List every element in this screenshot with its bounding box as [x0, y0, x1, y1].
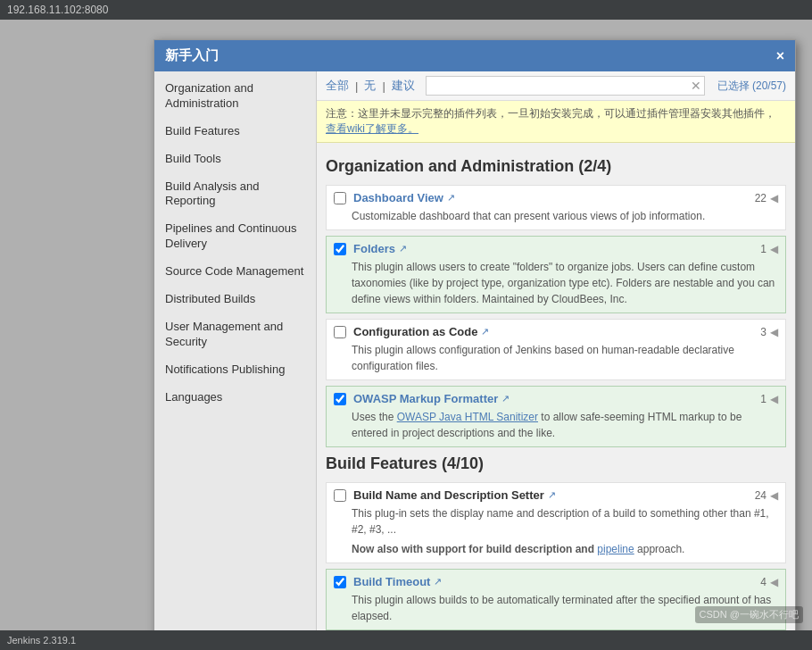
plugin-desc-folders: This plugin allows users to create "fold…: [352, 259, 778, 307]
sep1: |: [355, 79, 358, 93]
main-content: 全部 | 无 | 建议 ✕ 已选择 (20/57) 注意：这里并未显示完整的插件…: [317, 71, 795, 635]
plugin-name-row-owasp-markup-formatter: OWASP Markup Formatter↗: [334, 392, 510, 405]
plugin-header-dashboard-view: Dashboard View↗22◀: [334, 191, 778, 204]
plugin-name-configuration-as-code: Configuration as Code: [353, 325, 477, 338]
none-filter[interactable]: 无: [364, 78, 376, 94]
plugin-checkbox-folders[interactable]: [334, 243, 346, 255]
plugin-checkbox-configuration-as-code[interactable]: [334, 326, 346, 338]
notice-bar: 注意：这里并未显示完整的插件列表，一旦初始安装完成，可以通过插件管理器安装其他插…: [317, 101, 795, 143]
plugin-count-build-timeout: 4◀: [760, 576, 778, 588]
plugin-checkbox-dashboard-view[interactable]: [334, 192, 346, 204]
dialog-title: 新手入门: [165, 47, 219, 64]
section-title-1: Build Features (4/10): [326, 454, 786, 473]
plugin-desc-build-name-setter: This plug-in sets the display name and d…: [352, 505, 778, 538]
sidebar-item-7[interactable]: User Management and Security: [154, 313, 316, 356]
sidebar-item-5[interactable]: Source Code Management: [154, 258, 316, 286]
plugin-item-dashboard-view: Dashboard View↗22◀Customizable dashboard…: [326, 185, 786, 230]
sidebar-item-2[interactable]: Build Tools: [154, 146, 316, 173]
external-link-icon-build-timeout[interactable]: ↗: [434, 576, 442, 588]
external-link-icon-dashboard-view[interactable]: ↗: [447, 192, 455, 204]
plugin-name-folders[interactable]: Folders: [353, 242, 395, 255]
plugin-desc2-build-name-setter: Now also with support for build descript…: [352, 541, 778, 557]
sidebar-item-9[interactable]: Languages: [154, 384, 316, 412]
plugin-name-owasp-markup-formatter[interactable]: OWASP Markup Formatter: [353, 392, 498, 405]
sidebar-item-3[interactable]: Build Analysis and Reporting: [154, 173, 316, 216]
status-text: Jenkins 2.319.1: [7, 635, 76, 646]
sidebar-item-4[interactable]: Pipelines and Continuous Delivery: [154, 215, 316, 258]
plugin-name-row-build-name-setter: Build Name and Description Setter↗: [334, 488, 556, 502]
sidebar-item-0[interactable]: Organization and Administration: [154, 75, 316, 118]
plugin-count-dashboard-view: 22◀: [755, 192, 778, 204]
notice-text: 注意：这里并未显示完整的插件列表，一旦初始安装完成，可以通过插件管理器安装其他插…: [326, 107, 775, 120]
dialog-header: 新手入门 ×: [154, 40, 795, 71]
status-bar: Jenkins 2.319.1: [0, 630, 812, 650]
plugin-arrow-dashboard-view: ◀: [770, 192, 778, 204]
suggest-filter[interactable]: 建议: [392, 78, 415, 94]
plugin-count-configuration-as-code: 3◀: [760, 326, 778, 338]
external-link-icon-owasp-markup-formatter[interactable]: ↗: [501, 393, 510, 404]
watermark: CSDN @一碗水不行吧: [695, 606, 803, 623]
selected-count: 已选择 (20/57): [717, 79, 786, 94]
close-button[interactable]: ×: [776, 48, 784, 64]
plugin-header-configuration-as-code: Configuration as Code↗3◀: [334, 325, 778, 338]
plugin-arrow-build-name-setter: ◀: [770, 489, 778, 502]
plugin-header-folders: Folders↗1◀: [334, 242, 778, 255]
plugin-name-row-folders: Folders↗: [334, 242, 407, 255]
sidebar: Organization and AdministrationBuild Fea…: [154, 71, 317, 635]
external-link-icon-folders[interactable]: ↗: [399, 243, 407, 254]
search-clear-icon[interactable]: ✕: [691, 79, 701, 93]
external-link-icon-build-name-setter[interactable]: ↗: [548, 489, 556, 501]
plugin-desc2-link-build-name-setter[interactable]: pipeline: [597, 543, 634, 555]
title-bar-text: 192.168.11.102:8080: [7, 4, 108, 16]
plugin-name-row-dashboard-view: Dashboard View↗: [334, 191, 455, 204]
plugin-desc-link-owasp-markup-formatter[interactable]: OWASP Java HTML Sanitizer: [397, 411, 538, 423]
sidebar-item-6[interactable]: Distributed Builds: [154, 286, 316, 313]
external-link-icon-configuration-as-code[interactable]: ↗: [481, 326, 489, 338]
plugin-arrow-build-timeout: ◀: [770, 576, 778, 588]
plugin-item-owasp-markup-formatter: OWASP Markup Formatter↗1◀Uses the OWASP …: [326, 386, 786, 447]
sidebar-item-1[interactable]: Build Features: [154, 118, 316, 146]
plugin-header-build-timeout: Build Timeout↗4◀: [334, 575, 778, 588]
search-input[interactable]: [426, 76, 705, 96]
section-title-0: Organization and Administration (2/4): [326, 157, 786, 176]
plugin-item-build-name-setter: Build Name and Description Setter↗24◀Thi…: [326, 482, 786, 563]
notice-link[interactable]: 查看wiki了解更多。: [326, 122, 418, 135]
plugin-desc-dashboard-view: Customizable dashboard that can present …: [352, 208, 778, 224]
plugin-count-build-name-setter: 24◀: [755, 489, 778, 502]
plugin-checkbox-build-timeout[interactable]: [334, 576, 346, 588]
plugin-name-build-timeout[interactable]: Build Timeout: [353, 575, 430, 588]
plugin-name-row-build-timeout: Build Timeout↗: [334, 575, 442, 588]
plugin-count-folders: 1◀: [760, 243, 778, 255]
plugin-desc-owasp-markup-formatter: Uses the OWASP Java HTML Sanitizer to al…: [352, 409, 778, 441]
plugin-name-row-configuration-as-code: Configuration as Code↗: [334, 325, 489, 338]
plugin-checkbox-build-name-setter[interactable]: [334, 489, 346, 502]
plugin-arrow-configuration-as-code: ◀: [770, 326, 778, 338]
plugin-header-build-name-setter: Build Name and Description Setter↗24◀: [334, 488, 778, 502]
plugin-count-owasp-markup-formatter: 1◀: [760, 393, 778, 405]
plugin-name-dashboard-view[interactable]: Dashboard View: [353, 191, 443, 204]
sidebar-item-8[interactable]: Notifications Publishing: [154, 356, 316, 384]
plugin-item-configuration-as-code: Configuration as Code↗3◀This plugin allo…: [326, 319, 786, 380]
all-filter[interactable]: 全部: [326, 78, 349, 94]
plugin-arrow-owasp-markup-formatter: ◀: [770, 393, 778, 405]
plugin-list: Organization and Administration (2/4)Das…: [317, 143, 795, 635]
plugin-arrow-folders: ◀: [770, 243, 778, 255]
toolbar: 全部 | 无 | 建议 ✕ 已选择 (20/57): [317, 71, 795, 101]
sep2: |: [382, 79, 385, 93]
plugin-name-build-name-setter: Build Name and Description Setter: [353, 488, 544, 502]
plugin-header-owasp-markup-formatter: OWASP Markup Formatter↗1◀: [334, 392, 778, 405]
plugin-checkbox-owasp-markup-formatter[interactable]: [334, 393, 346, 405]
plugin-item-folders: Folders↗1◀This plugin allows users to cr…: [326, 236, 786, 313]
plugin-desc-configuration-as-code: This plugin allows configuration of Jenk…: [352, 342, 778, 374]
